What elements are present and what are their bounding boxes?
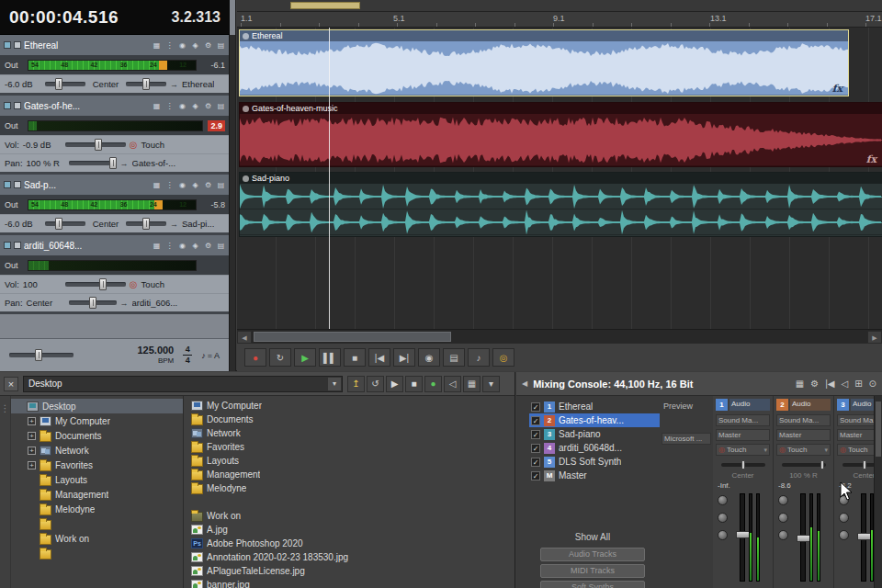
automation-mode-selector[interactable]: ◎Touch▾ bbox=[776, 444, 831, 456]
pan-slider[interactable] bbox=[721, 463, 765, 467]
automation-mode[interactable]: Touch bbox=[141, 140, 164, 150]
gear-icon[interactable]: ⚙ bbox=[203, 41, 213, 50]
checkbox[interactable]: ✓ bbox=[531, 458, 540, 467]
collapse-icon[interactable]: ◀ bbox=[522, 379, 527, 388]
tree-item[interactable]: +Documents bbox=[11, 428, 183, 443]
record-arm-icon[interactable]: ◉ bbox=[177, 242, 187, 250]
checkbox[interactable]: ✓ bbox=[531, 471, 540, 481]
knob[interactable] bbox=[778, 530, 788, 540]
file-list-item[interactable]: Work on bbox=[184, 509, 514, 523]
dots-icon[interactable]: ⋮ bbox=[164, 41, 175, 50]
pan-slider[interactable] bbox=[126, 221, 166, 226]
slider-handle[interactable] bbox=[142, 78, 150, 90]
filter-midi-tracks[interactable]: MIDI Tracks bbox=[540, 564, 645, 578]
output-assign[interactable]: arditi_606... bbox=[132, 298, 178, 308]
scroll-thumb[interactable] bbox=[876, 401, 881, 457]
widgets-icon[interactable]: ▦ bbox=[152, 102, 162, 110]
slider-handle[interactable] bbox=[89, 297, 96, 309]
console-channel-row[interactable]: ✓3Sad-piano bbox=[529, 427, 660, 441]
checkbox[interactable]: ✓ bbox=[531, 444, 540, 453]
tree-item[interactable]: +Favorites bbox=[11, 458, 183, 472]
filter-show-all[interactable]: Show All bbox=[527, 530, 658, 545]
knob[interactable] bbox=[718, 513, 728, 523]
punch-button[interactable]: ◉ bbox=[418, 348, 440, 367]
filter-audio-tracks[interactable]: Audio Tracks bbox=[540, 548, 645, 561]
expander-icon[interactable]: + bbox=[28, 417, 36, 425]
pan-slider[interactable] bbox=[126, 82, 166, 86]
automation-mode-selector[interactable]: ◎Touch▾ bbox=[716, 444, 770, 456]
slider-handle[interactable] bbox=[35, 349, 42, 361]
console-channel-row[interactable]: ✓5DLS Soft Synth bbox=[529, 455, 660, 469]
loop-indicator[interactable]: ◎ bbox=[492, 348, 514, 367]
output-selector[interactable]: Sound Ma... bbox=[776, 414, 831, 426]
track-pane-scrollbar[interactable] bbox=[229, 35, 235, 371]
scroll-thumb[interactable] bbox=[290, 2, 360, 9]
tree-item[interactable]: Desktop bbox=[11, 399, 183, 413]
checkbox[interactable]: ✓ bbox=[531, 402, 540, 412]
file-list-item[interactable]: Annotation 2020-02-23 183530.jpg bbox=[184, 550, 514, 564]
rewind-button[interactable]: |◀ bbox=[368, 348, 390, 367]
output-assign[interactable]: Sad-pi... bbox=[182, 219, 214, 229]
automation-mode[interactable]: Touch bbox=[141, 279, 164, 289]
loop-button[interactable]: ↻ bbox=[269, 348, 291, 367]
bus-selector[interactable]: Master bbox=[776, 429, 831, 441]
volume-slider[interactable] bbox=[65, 282, 126, 287]
scroll-left-button[interactable]: ◀ bbox=[237, 331, 252, 344]
skip-start-icon[interactable]: |◀ bbox=[825, 379, 834, 389]
pan-slider[interactable] bbox=[782, 463, 826, 467]
fader-handle[interactable] bbox=[797, 535, 810, 542]
fx-badge[interactable]: fx bbox=[832, 83, 842, 95]
audio-clip[interactable]: Gates-of-heaven-musicfx bbox=[239, 102, 882, 167]
slider-handle[interactable] bbox=[109, 157, 117, 169]
fader-handle[interactable] bbox=[736, 531, 750, 538]
file-list-item[interactable]: Network bbox=[184, 426, 514, 440]
file-list-item[interactable]: Layouts bbox=[184, 454, 514, 468]
gear-icon[interactable]: ⚙ bbox=[203, 181, 213, 189]
filter-soft-synths[interactable]: Soft Synths bbox=[540, 581, 645, 588]
slider-handle[interactable] bbox=[99, 278, 107, 290]
tree-item[interactable]: Work on bbox=[11, 531, 183, 546]
refresh-icon[interactable]: ↺ bbox=[367, 376, 384, 392]
console-scrollbar[interactable] bbox=[874, 396, 882, 588]
volume-fader[interactable] bbox=[740, 493, 745, 582]
menu-icon[interactable]: ▤ bbox=[216, 102, 226, 110]
folder-up-icon[interactable]: ↥ bbox=[347, 376, 365, 392]
location-dropdown[interactable]: Desktop ▾ bbox=[23, 376, 343, 392]
zoom-icon[interactable]: ⊙ bbox=[869, 379, 876, 389]
checkbox[interactable]: ✓ bbox=[531, 430, 540, 439]
file-list-item[interactable]: Documents bbox=[184, 413, 514, 426]
output-assign[interactable]: Ethereal bbox=[182, 79, 214, 89]
panel-grip[interactable]: ⋮ bbox=[0, 396, 11, 588]
output-selector[interactable]: Sound Ma... bbox=[716, 414, 770, 426]
layout-icon[interactable]: ▦ bbox=[796, 379, 804, 389]
slider-handle[interactable] bbox=[95, 139, 102, 151]
knob[interactable] bbox=[778, 513, 788, 523]
preview-stop-icon[interactable]: ■ bbox=[405, 376, 423, 392]
audio-clip[interactable]: Etherealfx bbox=[239, 29, 849, 96]
output-selector[interactable]: Sound Ma... bbox=[837, 414, 874, 426]
bus-selector[interactable]: Master bbox=[837, 429, 874, 441]
file-list-item[interactable]: Adobe Photoshop 2020 bbox=[184, 537, 514, 550]
pan-slider[interactable] bbox=[842, 463, 875, 467]
horizontal-scrollbar[interactable]: ◀ ▶ bbox=[237, 329, 882, 344]
playhead[interactable] bbox=[329, 28, 330, 329]
fx-badge[interactable]: fx bbox=[866, 153, 876, 165]
volume-slider[interactable] bbox=[45, 82, 85, 86]
knob[interactable] bbox=[718, 495, 728, 505]
tempo-display[interactable]: 125.000 BPM bbox=[137, 345, 174, 365]
volume-fader[interactable] bbox=[861, 493, 866, 582]
menu-icon[interactable]: ▤ bbox=[216, 181, 226, 189]
scroll-right-button[interactable]: ▶ bbox=[867, 331, 882, 344]
widgets-icon[interactable]: ▦ bbox=[152, 242, 162, 250]
record-arm-icon[interactable]: ◉ bbox=[177, 181, 187, 189]
file-list-item[interactable]: Management bbox=[184, 468, 514, 481]
dots-icon[interactable]: ⋮ bbox=[164, 242, 175, 250]
bus-selector[interactable]: Master bbox=[716, 429, 770, 441]
event-list-button[interactable]: ▤ bbox=[443, 348, 465, 367]
file-list-item[interactable]: Favorites bbox=[184, 440, 514, 454]
console-channel-row[interactable]: ✓2Gates-of-heav... bbox=[529, 413, 660, 427]
file-list-item[interactable]: banner.jpg bbox=[184, 578, 514, 588]
dots-icon[interactable]: ⋮ bbox=[164, 102, 175, 110]
clip-indicator[interactable]: 2.9 bbox=[208, 120, 225, 131]
expander-icon[interactable]: + bbox=[28, 461, 36, 469]
